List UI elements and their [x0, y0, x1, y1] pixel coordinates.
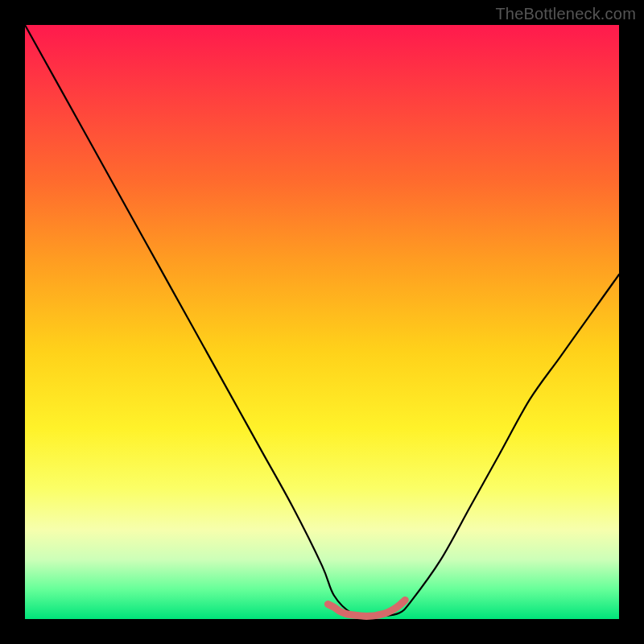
- plot-area: [25, 25, 619, 619]
- watermark-text: TheBottleneck.com: [495, 5, 636, 23]
- bottleneck-curve: [25, 25, 619, 617]
- chart-svg: [25, 25, 619, 619]
- chart-frame: TheBottleneck.com: [0, 0, 644, 644]
